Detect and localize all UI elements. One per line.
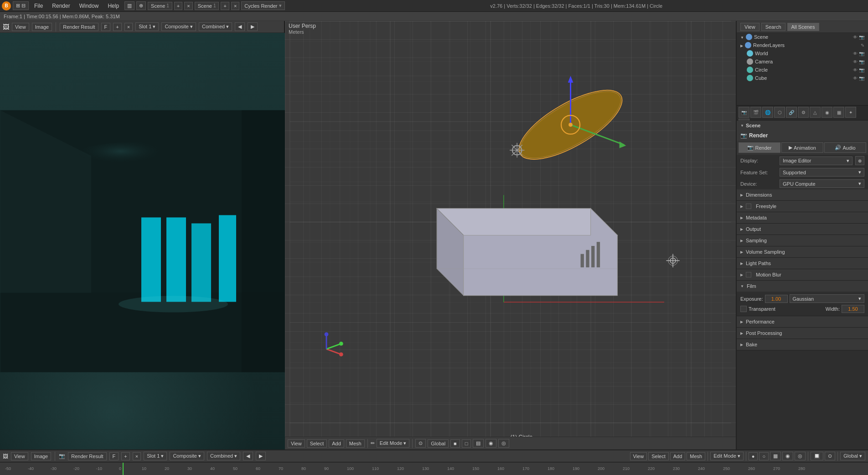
render-tab-audio[interactable]: 🔊 Audio <box>824 142 866 153</box>
exposure-input[interactable] <box>765 295 788 303</box>
global-selector[interactable]: Global ▾ <box>840 452 865 460</box>
slot-bottom[interactable]: Slot 1 ▾ <box>144 452 167 460</box>
display-dropdown[interactable]: Image Editor ▾ <box>780 157 852 165</box>
timeline-ruler[interactable]: -50 -40 -30 -20 -10 0 10 20 30 40 50 60 … <box>3 463 865 475</box>
viewport-add-menu[interactable]: Add <box>329 439 344 448</box>
tab-view[interactable]: View <box>740 23 760 31</box>
viewport-select-btn[interactable]: Select <box>648 452 669 460</box>
outliner-item-world[interactable]: World 👁 📷 <box>737 49 868 57</box>
image-menu[interactable]: Image <box>32 23 52 31</box>
light-paths-header[interactable]: Light Paths <box>737 258 868 269</box>
composite-bottom[interactable]: Composite ▾ <box>170 452 204 460</box>
texture-shade-btn[interactable]: ▤ <box>473 439 484 448</box>
width-input[interactable] <box>842 305 864 313</box>
material-shade-btn[interactable]: ◉ <box>486 439 496 448</box>
orbit-btn[interactable]: ⊙ <box>415 439 426 448</box>
prev-btn[interactable]: ◀ <box>235 22 245 31</box>
cam-vis-icon[interactable]: 👁 <box>853 59 858 64</box>
shading-circle-btn[interactable]: ○ <box>759 452 769 460</box>
rl-edit-icon[interactable]: ✎ <box>861 43 864 48</box>
f-button[interactable]: F <box>101 23 111 31</box>
scene-name-field[interactable]: Scene 1 <box>148 2 172 10</box>
img-del-btn[interactable]: × <box>133 452 141 460</box>
outliner-item-camera[interactable]: Camera 👁 📷 <box>737 57 868 66</box>
freestyle-checkbox[interactable] <box>746 204 751 209</box>
film-header[interactable]: Film <box>737 281 868 292</box>
viewport-mesh-btn[interactable]: Mesh <box>687 452 705 460</box>
composite-btn[interactable]: Composite ▾ <box>161 22 196 31</box>
slot-selector[interactable]: Slot 1 ▾ <box>135 22 159 31</box>
viewport-view-menu[interactable]: View <box>288 439 305 448</box>
shading-selector[interactable]: Global <box>428 439 449 448</box>
feature-set-dropdown[interactable]: Supported ▾ <box>780 168 864 177</box>
circ-render-icon[interactable]: 📷 <box>859 68 864 73</box>
image-editor-type-icon[interactable]: 🖼 <box>3 23 9 31</box>
render-prop-icon[interactable]: 📷 <box>739 107 749 118</box>
material-prop-icon[interactable]: ◉ <box>822 107 832 118</box>
viewport-view-btn[interactable]: View <box>630 452 647 460</box>
world-vis-icon[interactable]: 👁 <box>853 51 858 56</box>
display-extra-btn[interactable]: ⊕ <box>855 156 864 165</box>
bake-header[interactable]: Bake <box>737 339 868 350</box>
del-image-btn[interactable]: × <box>124 23 133 31</box>
full-screen-button[interactable]: ⊕ <box>136 1 146 10</box>
viewport-select-menu[interactable]: Select <box>307 439 327 448</box>
texture-prop-icon[interactable]: ▦ <box>833 107 844 118</box>
freestyle-header[interactable]: Freestyle <box>737 201 868 212</box>
cube-render-icon[interactable]: 📷 <box>859 76 864 81</box>
layout-button[interactable]: ▥ <box>124 1 134 10</box>
scene-prop-icon[interactable]: 🎬 <box>750 107 761 118</box>
render-engine-add[interactable]: + <box>221 2 229 10</box>
shading-render-btn[interactable]: ◎ <box>795 452 806 460</box>
new-image-btn[interactable]: + <box>113 23 121 31</box>
rendered-shade-btn[interactable]: ◎ <box>498 439 509 448</box>
scene-vis-icon[interactable]: 👁 <box>853 35 858 40</box>
data-prop-icon[interactable]: △ <box>810 107 821 118</box>
metadata-header[interactable]: Metadata <box>737 212 868 223</box>
img-image-btn[interactable]: Image <box>31 452 52 460</box>
render-tab-animation[interactable]: ▶ Animation <box>781 142 823 153</box>
img-view-btn[interactable]: View <box>11 452 28 460</box>
f-btn-bottom[interactable]: F <box>109 452 119 460</box>
output-header[interactable]: Output <box>737 224 868 235</box>
outliner-item-circle[interactable]: Circle 👁 📷 <box>737 66 868 74</box>
proportional-btn[interactable]: ⊙ <box>825 452 835 460</box>
tab-search[interactable]: Search <box>761 23 785 31</box>
scene-remove-button[interactable]: × <box>184 2 192 10</box>
cube-vis-icon[interactable]: 👁 <box>853 76 858 81</box>
motion-blur-checkbox[interactable] <box>746 272 751 277</box>
circ-vis-icon[interactable]: 👁 <box>853 68 858 73</box>
3d-viewport[interactable]: User Persp Meters <box>285 21 736 449</box>
shading-tex-btn[interactable]: ▦ <box>770 452 781 460</box>
particle-prop-icon[interactable]: ✦ <box>845 107 856 118</box>
constraint-prop-icon[interactable]: 🔗 <box>786 107 797 118</box>
post-processing-header[interactable]: Post Processing <box>737 328 868 339</box>
render-engine-field[interactable]: Scene 1 <box>195 2 219 10</box>
cam-render-icon[interactable]: 📷 <box>859 59 864 64</box>
shading-mat-btn[interactable]: ◉ <box>782 452 793 460</box>
editor-type-dropdown[interactable]: ⊞ ⊟ <box>13 1 29 10</box>
motion-blur-header[interactable]: Motion Blur <box>737 269 868 280</box>
object-prop-icon[interactable]: ⬡ <box>774 107 785 118</box>
filter-dropdown[interactable]: Gaussian ▾ <box>790 294 864 303</box>
dimensions-header[interactable]: Dimensions <box>737 189 868 200</box>
menu-render[interactable]: Render <box>48 2 73 10</box>
combined-bottom[interactable]: Combined ▾ <box>207 452 240 460</box>
render-tab-render[interactable]: 📷 Render <box>739 142 780 153</box>
world-prop-icon[interactable]: 🌐 <box>762 107 773 118</box>
volume-sampling-header[interactable]: Volume Sampling <box>737 246 868 257</box>
view-menu[interactable]: View <box>12 23 29 31</box>
tab-all-scenes[interactable]: All Scenes <box>787 23 819 31</box>
img-prev-btn[interactable]: ◀ <box>243 452 253 460</box>
outliner-item-renderlayers[interactable]: RenderLayers ✎ <box>737 41 868 49</box>
viewport-add-btn[interactable]: Add <box>670 452 686 460</box>
menu-window[interactable]: Window <box>76 2 103 10</box>
viewport-mesh-menu[interactable]: Mesh <box>346 439 365 448</box>
device-dropdown[interactable]: GPU Compute ▾ <box>780 179 864 188</box>
render-engine-selector[interactable]: Cycles Render ▾ <box>241 1 284 10</box>
scene-add-button[interactable]: + <box>174 2 182 10</box>
render-engine-remove[interactable]: × <box>231 2 239 10</box>
scene-render-icon[interactable]: 📷 <box>859 35 864 40</box>
edit-mode-btn[interactable]: Edit Mode ▾ <box>710 452 744 460</box>
menu-file[interactable]: File <box>31 2 46 10</box>
